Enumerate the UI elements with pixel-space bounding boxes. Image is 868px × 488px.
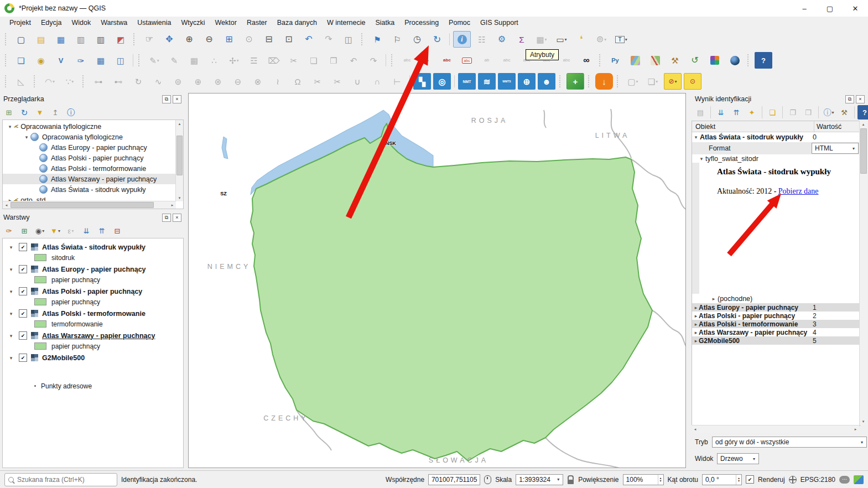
plugin-quick-services-button[interactable] — [706, 52, 724, 69]
map-canvas[interactable]: ROSJALITWANIEMCYCZECHYSŁOWACJAAŃSKSZ — [188, 93, 686, 468]
plugin-reload-button[interactable]: ↺ — [686, 52, 704, 69]
layers-service-button[interactable]: ≋ — [478, 73, 496, 90]
plugin-globe-button[interactable] — [726, 52, 744, 69]
layer-checkbox[interactable]: ✔ — [19, 354, 27, 362]
highlight-pinned-labels-button[interactable]: abc — [458, 52, 476, 69]
browser-item[interactable]: Atlas Świata - sitodruk wypukły — [3, 184, 175, 195]
identify-settings-button[interactable]: ⚒ — [837, 105, 851, 120]
layer-row[interactable]: ▾✔Atlas Polski - papier puchnący — [3, 286, 182, 297]
menu-baza-danych[interactable]: Baza danych — [272, 17, 322, 28]
scroll-down-icon[interactable]: ▾ — [860, 418, 867, 425]
browser-properties-button[interactable]: ⓘ — [64, 105, 78, 120]
pobierz-dane-link[interactable]: Pobierz dane — [778, 187, 819, 195]
rotation-spinbox[interactable]: 0,0 ° ▴▾ — [702, 474, 742, 485]
news-icon[interactable] — [854, 475, 864, 484]
browser-item[interactable]: Atlas Europy - papier puchnący — [3, 142, 175, 153]
download-data-button[interactable]: ↓ — [595, 73, 613, 90]
add-map-service-button[interactable]: + — [566, 73, 584, 90]
layer-checkbox[interactable]: ✔ — [19, 243, 27, 251]
maximize-button[interactable]: ▢ — [817, 0, 843, 17]
result-row[interactable]: ▸Atlas Polski - termoformowanie3 — [692, 320, 860, 328]
view-combobox[interactable]: Drzewo ▾ — [717, 453, 759, 464]
note-pin-button[interactable]: ⊙ — [684, 73, 701, 90]
expander-icon[interactable]: ▸ — [710, 296, 718, 302]
expander-icon[interactable]: ▾ — [7, 245, 15, 250]
mode-combobox[interactable]: od góry w dół - wszystkie ▾ — [712, 437, 867, 448]
add-database-layer-button[interactable]: ▦ — [92, 52, 110, 69]
menu-gis-support[interactable]: GIS Support — [475, 17, 523, 28]
processing-toolbox-button[interactable]: ⚙ — [493, 31, 511, 48]
menu-projekt[interactable]: Projekt — [4, 17, 36, 28]
browser-refresh-button[interactable]: ↻ — [17, 105, 32, 120]
layer-row[interactable]: ▾✔Atlas Europy - papier puchnący — [3, 264, 182, 274]
scroll-right-icon[interactable]: ▸ — [169, 201, 176, 209]
expander-icon[interactable]: ▾ — [7, 311, 15, 316]
format-row[interactable]: Format HTML ▾ — [692, 142, 860, 154]
browser-collapse-all-button[interactable]: ↥ — [48, 105, 63, 120]
python-console-button[interactable]: Py — [606, 52, 624, 69]
scroll-left-icon[interactable]: ◂ — [692, 425, 699, 433]
data-source-manager-button[interactable]: ❏ — [12, 52, 30, 69]
spin-down-icon[interactable]: ▾ — [660, 480, 662, 482]
show-bookmarks-button[interactable]: ⚐ — [388, 31, 406, 48]
zoom-full-button[interactable]: ⊞ — [220, 31, 238, 48]
identify-features-button[interactable]: i — [453, 31, 471, 48]
group-row[interactable]: ▾ tyflo_swiat_sitodr — [692, 154, 860, 163]
expander-icon[interactable]: ▸ — [693, 338, 699, 344]
browser-item[interactable]: Atlas Polski - termoformowanie — [3, 163, 175, 174]
layer-checkbox[interactable]: ✔ — [19, 309, 27, 318]
layer-row[interactable]: ▾✔G2Mobile500 — [3, 352, 182, 363]
text-annotation-button[interactable]: T▾ — [612, 31, 630, 48]
legend-row[interactable]: Punkty adresowe — [3, 381, 182, 391]
format-combobox[interactable]: HTML ▾ — [812, 143, 859, 154]
collapse-tree-button[interactable]: ⇈ — [729, 105, 744, 120]
coordinates-input[interactable]: 701007,751105 — [428, 474, 480, 485]
collapse-all-button[interactable]: ⇈ — [95, 224, 109, 238]
identify-horizontal-scrollbar[interactable]: ◂ ▸ — [692, 425, 859, 433]
browser-item[interactable]: ▾-<Opracowania tyflologiczne — [3, 121, 175, 132]
expander-icon[interactable]: ▸ — [693, 313, 699, 319]
scroll-left-icon[interactable]: ◂ — [3, 201, 10, 209]
browser-close-button[interactable]: × — [173, 95, 181, 103]
expand-tree-button[interactable]: ⇊ — [714, 105, 728, 120]
menu-widok[interactable]: Widok — [66, 17, 96, 28]
map-tips-button[interactable]: ❛ — [573, 31, 590, 48]
identify-float-button[interactable]: ⧉ — [845, 95, 854, 103]
user-service-button[interactable]: ☻ — [538, 73, 555, 90]
browser-vertical-scrollbar[interactable]: ▴ ▾ — [175, 120, 183, 201]
scrollbar-thumb[interactable] — [176, 136, 183, 175]
new-spatial-bookmark-button[interactable]: ⚑ — [368, 31, 386, 48]
identify-close-button[interactable]: × — [856, 95, 865, 103]
pin-labels-button[interactable]: abc — [438, 52, 456, 69]
layer-checkbox[interactable]: ✔ — [19, 287, 27, 295]
expander-icon[interactable]: ▾ — [698, 156, 705, 162]
zoom-to-layer-button[interactable]: ⊟ — [260, 31, 278, 48]
globe-service-button[interactable]: ⊕ — [518, 73, 536, 90]
menu-wtyczki[interactable]: Wtyczki — [176, 17, 210, 28]
expander-icon[interactable]: ▾ — [692, 134, 700, 140]
measure-button[interactable]: ▭▾ — [553, 31, 570, 48]
add-group-button[interactable]: ⊞ — [17, 224, 32, 238]
layer-styling-button[interactable]: ✑ — [2, 224, 16, 238]
add-wms-layer-button[interactable]: ◉ — [32, 52, 50, 69]
new-print-layout-button[interactable]: ▥ — [72, 31, 90, 48]
expand-new-results-button[interactable]: ✦ — [745, 105, 759, 120]
result-row[interactable]: ▸G2Mobile5005 — [692, 336, 860, 345]
pan-to-selection-button[interactable]: ✥ — [160, 31, 178, 48]
statistical-summary-button[interactable]: Σ — [513, 31, 531, 48]
browser-horizontal-scrollbar[interactable]: ◂ ▸ — [3, 201, 176, 209]
spin-down-icon[interactable]: ▾ — [738, 480, 740, 482]
expander-icon[interactable]: ▾ — [7, 267, 15, 272]
add-virtual-layer-button[interactable]: ◫ — [112, 52, 129, 69]
layers-close-button[interactable]: × — [173, 214, 181, 222]
expander-icon[interactable]: ▾ — [7, 289, 15, 294]
close-button[interactable]: ✕ — [843, 0, 868, 17]
expander-icon[interactable]: ▾ — [6, 124, 14, 129]
scroll-right-icon[interactable]: ▸ — [852, 425, 859, 433]
browser-filter-button[interactable]: ▼ — [33, 105, 47, 120]
identify-vertical-scrollbar[interactable]: ▴ ▾ — [859, 121, 867, 425]
legend-row[interactable]: papier puchnący — [3, 274, 182, 285]
refresh-map-button[interactable]: ↻ — [428, 31, 446, 48]
layer-row[interactable]: ▾✔Atlas Polski - termoformowanie — [3, 308, 182, 319]
minimize-button[interactable]: – — [792, 0, 817, 17]
